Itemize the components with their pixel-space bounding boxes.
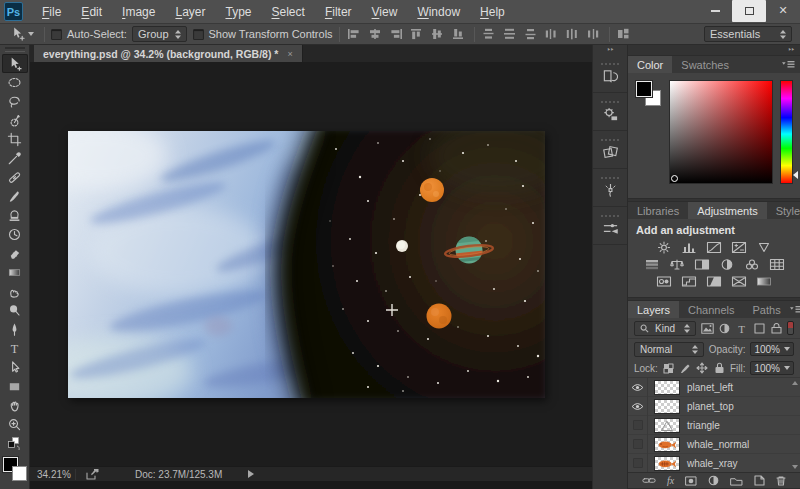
dock-collapse-arrows[interactable]: ‣‣ bbox=[593, 45, 627, 55]
menu-layer[interactable]: Layer bbox=[166, 2, 214, 22]
layer-thumbnail[interactable] bbox=[654, 456, 680, 471]
auto-align-layers-button[interactable] bbox=[616, 27, 633, 42]
default-colors-widget[interactable] bbox=[8, 437, 22, 455]
smudge-tool[interactable] bbox=[2, 282, 28, 301]
gradient-map-icon[interactable] bbox=[755, 274, 773, 289]
distribute-top-edges-button[interactable] bbox=[481, 27, 498, 42]
exposure-icon[interactable] bbox=[730, 240, 748, 255]
auto-select-checkbox[interactable] bbox=[51, 29, 62, 40]
visibility-toggle[interactable] bbox=[628, 378, 648, 397]
link-layers-button[interactable] bbox=[642, 476, 656, 485]
filter-type-layers-icon[interactable]: T bbox=[736, 322, 748, 335]
threshold-icon[interactable] bbox=[705, 274, 723, 289]
menu-help[interactable]: Help bbox=[471, 2, 514, 22]
layer-filter-kind-dropdown[interactable]: Kind bbox=[634, 321, 696, 336]
canvas-artwork[interactable] bbox=[68, 131, 545, 398]
filter-adjustment-layers-icon[interactable] bbox=[719, 322, 731, 335]
layer-thumbnail[interactable] bbox=[654, 437, 680, 452]
filter-pixel-layers-icon[interactable] bbox=[701, 322, 714, 335]
workspace-switcher[interactable]: Essentials bbox=[704, 26, 792, 42]
history-panel-button[interactable] bbox=[593, 55, 628, 93]
panel-menu-icon[interactable] bbox=[790, 301, 800, 318]
history-brush-tool[interactable] bbox=[2, 225, 28, 244]
hue-slider-pointer[interactable] bbox=[793, 171, 798, 179]
lock-transparent-pixels-icon[interactable] bbox=[663, 362, 675, 374]
align-left-edges-button[interactable] bbox=[346, 27, 363, 42]
path-selection-tool[interactable] bbox=[2, 358, 28, 377]
layer-style-button[interactable]: fx bbox=[667, 475, 674, 486]
marquee-tool[interactable] bbox=[2, 73, 28, 92]
layer-row-planet-left[interactable]: planet_left bbox=[628, 378, 800, 397]
maximize-button[interactable] bbox=[732, 0, 766, 22]
distribute-right-edges-button[interactable] bbox=[586, 27, 603, 42]
pen-tool[interactable] bbox=[2, 320, 28, 339]
hue-saturation-icon[interactable] bbox=[643, 257, 661, 272]
posterize-icon[interactable] bbox=[680, 274, 698, 289]
tools-panel-grip[interactable] bbox=[5, 47, 25, 52]
gradient-tool[interactable] bbox=[2, 263, 28, 282]
align-bottom-edges-button[interactable] bbox=[451, 27, 468, 42]
shape-tool[interactable] bbox=[2, 377, 28, 396]
export-icon[interactable] bbox=[86, 469, 99, 480]
tab-adjustments[interactable]: Adjustments bbox=[688, 202, 767, 219]
blend-mode-dropdown[interactable]: Normal bbox=[634, 342, 704, 357]
tab-swatches[interactable]: Swatches bbox=[672, 56, 738, 73]
dodge-tool[interactable] bbox=[2, 301, 28, 320]
menu-view[interactable]: View bbox=[363, 2, 407, 22]
align-top-edges-button[interactable] bbox=[409, 27, 426, 42]
auto-select-target-dropdown[interactable]: Group bbox=[132, 26, 187, 42]
color-cursor[interactable] bbox=[671, 175, 678, 182]
tab-paths[interactable]: Paths bbox=[744, 301, 790, 318]
fill-field[interactable]: 100% bbox=[750, 361, 794, 375]
scroll-down-arrow-icon[interactable] bbox=[792, 465, 798, 469]
invert-icon[interactable] bbox=[655, 274, 673, 289]
saturation-brightness-field[interactable] bbox=[669, 80, 773, 184]
color-lookup-icon[interactable] bbox=[768, 257, 786, 272]
minimize-button[interactable] bbox=[698, 0, 732, 22]
menu-edit[interactable]: Edit bbox=[72, 2, 111, 22]
tab-layers[interactable]: Layers bbox=[628, 301, 679, 318]
eraser-tool[interactable] bbox=[2, 244, 28, 263]
menu-window[interactable]: Window bbox=[408, 2, 469, 22]
visibility-toggle[interactable] bbox=[628, 435, 648, 454]
filter-shape-layers-icon[interactable] bbox=[753, 322, 765, 335]
menu-file[interactable]: File bbox=[33, 2, 70, 22]
type-tool[interactable]: T bbox=[2, 339, 28, 358]
quick-selection-tool[interactable] bbox=[2, 111, 28, 130]
canvas-pasteboard[interactable] bbox=[30, 62, 592, 466]
color-panel-fg-bg-swatches[interactable] bbox=[635, 80, 662, 184]
filter-smart-objects-icon[interactable] bbox=[770, 322, 782, 335]
clone-source-panel-button[interactable] bbox=[593, 131, 628, 169]
brightness-contrast-icon[interactable] bbox=[655, 240, 673, 255]
menu-type[interactable]: Type bbox=[216, 2, 260, 22]
distribute-bottom-edges-button[interactable] bbox=[523, 27, 540, 42]
vibrance-icon[interactable] bbox=[755, 240, 773, 255]
panels-collapse-arrows[interactable]: ‣‣ bbox=[628, 45, 800, 55]
layer-row-triangle[interactable]: triangle bbox=[628, 416, 800, 435]
curves-icon[interactable] bbox=[705, 240, 723, 255]
distribute-vertical-centers-button[interactable] bbox=[502, 27, 519, 42]
menu-select[interactable]: Select bbox=[263, 2, 314, 22]
distribute-left-edges-button[interactable] bbox=[544, 27, 561, 42]
opacity-field[interactable]: 100% bbox=[750, 342, 794, 356]
device-preview-panel-button[interactable] bbox=[593, 93, 628, 131]
close-button[interactable]: ✕ bbox=[766, 0, 800, 22]
align-vertical-centers-button[interactable] bbox=[430, 27, 447, 42]
align-horizontal-centers-button[interactable] bbox=[367, 27, 384, 42]
photo-filter-icon[interactable] bbox=[718, 257, 736, 272]
visibility-toggle[interactable] bbox=[628, 397, 648, 416]
new-adjustment-layer-button[interactable] bbox=[708, 475, 719, 486]
visibility-toggle[interactable] bbox=[628, 416, 648, 435]
status-expand-arrow-icon[interactable] bbox=[248, 469, 254, 480]
scroll-up-arrow-icon[interactable] bbox=[792, 381, 798, 385]
tab-color[interactable]: Color bbox=[628, 56, 672, 73]
distribute-horizontal-centers-button[interactable] bbox=[565, 27, 582, 42]
menu-filter[interactable]: Filter bbox=[316, 2, 361, 22]
zoom-level-field[interactable]: 34.21% bbox=[34, 469, 76, 480]
tab-channels[interactable]: Channels bbox=[679, 301, 743, 318]
foreground-background-swatches[interactable] bbox=[3, 457, 27, 481]
crop-tool[interactable] bbox=[2, 130, 28, 149]
brush-tool[interactable] bbox=[2, 187, 28, 206]
healing-brush-tool[interactable] bbox=[2, 168, 28, 187]
tab-styles[interactable]: Styles bbox=[767, 202, 800, 219]
